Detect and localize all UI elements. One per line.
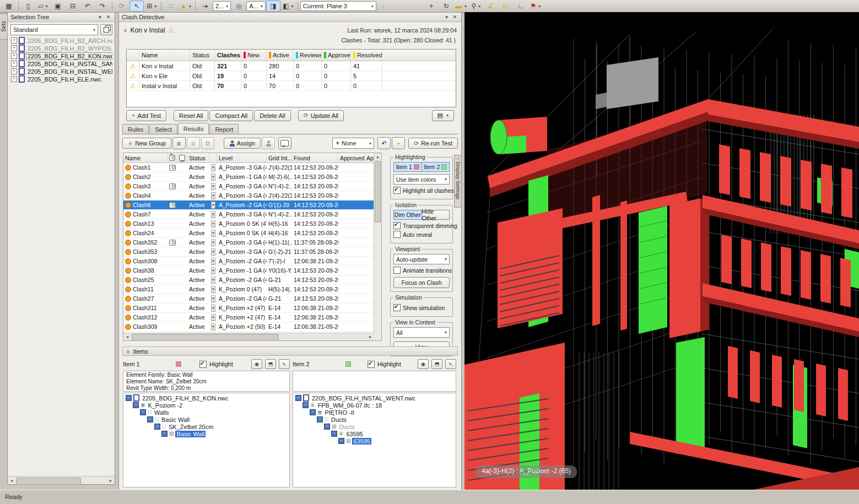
quick-find-icon[interactable]: ▲▾	[179, 1, 193, 12]
more-options-icon[interactable]: ·	[377, 1, 391, 12]
selection-tree-item[interactable]: 2205_BDG_FILH_B2_WYPOS.nwc	[11, 45, 112, 52]
sectioning-icon[interactable]: ◨	[266, 1, 280, 12]
clash-status-cell[interactable]: Active	[187, 230, 209, 236]
clash-status-cell[interactable]: Active	[187, 239, 209, 246]
open-file-icon[interactable]: ▱▾	[36, 1, 50, 12]
hide-other-button[interactable]: Hide Other	[422, 210, 450, 220]
auto-reveal-checkbox[interactable]	[393, 231, 401, 238]
collapse-icon[interactable]	[140, 409, 146, 415]
collapse-icon[interactable]	[331, 431, 337, 437]
tree-node[interactable]: PIĘTRO -II	[293, 409, 456, 416]
clash-result-row[interactable]: Clash3Active▼A_Poziom -3 GA (47)N"(-4)-2…	[123, 182, 381, 191]
sets-tab[interactable]: Sets	[0, 13, 8, 40]
tree-node[interactable]: Basic Wall	[123, 430, 289, 437]
cursor-button[interactable]: ↖	[445, 359, 456, 369]
status-dropdown-icon[interactable]: ▼	[211, 192, 215, 199]
rerun-test-button[interactable]: ⟳Re-run Test	[408, 138, 458, 149]
animate-transitions-checkbox[interactable]	[393, 267, 401, 274]
clash-status-cell[interactable]: Active	[187, 267, 209, 274]
tree-node[interactable]: 63595	[293, 437, 456, 445]
tab-rules[interactable]: Rules	[122, 124, 149, 134]
assign-button[interactable]: Assign	[224, 138, 261, 149]
measure-icon[interactable]: ▬▾	[454, 1, 468, 12]
clash-result-row[interactable]: Clash352Active▼A_Poziom -3 GA (47)H(1)-1…	[123, 238, 381, 247]
clash-result-row[interactable]: Clash13Active▼A_Poziom 0 SK (47)H(5)-161…	[123, 219, 381, 229]
tree-node[interactable]: 2205_BDG_FILH_B2_KON.nwc	[123, 394, 289, 402]
focus-on-clash-button[interactable]: Focus on Clash	[393, 277, 450, 288]
selection-tree-item[interactable]: 2205_BDG_FILH_B2_KON.nwc	[11, 52, 112, 59]
clash-result-row[interactable]: Clash1Active▼A_Poziom -3 GA (47)J'(4)-22…	[123, 163, 381, 172]
test-row[interactable]: Kon v InstalOld32102800041	[127, 61, 456, 71]
collapse-icon[interactable]	[161, 431, 168, 437]
reset-all-button[interactable]: Reset All	[174, 110, 208, 121]
ruler-icon[interactable]: ∟	[514, 1, 528, 12]
tree-node[interactable]: 2205_BDG_FILH_INSTAL_WENT.nwc	[293, 394, 456, 402]
item1-highlight-button[interactable]: Item 1	[393, 162, 422, 172]
clash-status-cell[interactable]: Active	[187, 295, 209, 302]
app-menu-icon[interactable]: ▦	[2, 1, 16, 12]
status-dropdown-icon[interactable]: ▼	[211, 314, 215, 321]
convert-icon[interactable]: ⊔	[499, 1, 513, 12]
status-dropdown-icon[interactable]: ▼	[211, 174, 215, 181]
expand-icon[interactable]	[11, 61, 17, 67]
zoom-icon[interactable]: ◎	[231, 1, 246, 12]
status-dropdown-icon[interactable]: ▼	[211, 323, 215, 330]
clash-result-row[interactable]: Clash11Active▼K_Poziom 0 (47)H(5)-14(...…	[123, 285, 381, 294]
import-export-button[interactable]: ▤▾	[432, 110, 454, 121]
clash-result-row[interactable]: Clash353Active▼A_Poziom -3 GA (47)G'(-2)…	[123, 247, 381, 257]
clash-result-row[interactable]: Clash25Active▼A_Poziom -2 GA (48)G-2114:…	[123, 275, 381, 285]
clash-result-row[interactable]: Clash27Active▼A_Poziom -2 GA (48)G-2114:…	[123, 294, 381, 304]
unassign-button[interactable]	[262, 137, 275, 149]
status-dropdown-icon[interactable]: ▼	[211, 267, 215, 274]
update-all-button[interactable]: ⟳Update All	[298, 110, 344, 121]
refresh-icon[interactable]: ⟳	[115, 1, 129, 12]
collapse-icon[interactable]	[147, 416, 153, 422]
status-dropdown-icon[interactable]: ▼	[211, 248, 215, 256]
tree-options-button[interactable]	[100, 24, 112, 35]
tree-node[interactable]: Ducts	[293, 423, 456, 430]
expand-icon[interactable]	[11, 76, 17, 82]
render-style-select[interactable]: A...▾	[246, 1, 266, 11]
status-dropdown-icon[interactable]: ▼	[211, 220, 215, 227]
status-dropdown-icon[interactable]: ▼	[211, 305, 215, 312]
cursor-button[interactable]: ↖	[279, 359, 290, 369]
export-icon[interactable]: ⇥	[198, 1, 212, 12]
collapse-icon[interactable]	[133, 402, 139, 408]
tree-node[interactable]: K_Poziom -2	[123, 402, 289, 409]
angle-icon[interactable]: ∠	[484, 1, 498, 12]
results-hscrollbar[interactable]: ◄ ►	[123, 333, 374, 340]
status-dropdown-icon[interactable]: ▼	[211, 286, 215, 293]
zoom-select[interactable]: 2...▾	[213, 1, 231, 11]
clash-status-cell[interactable]: Active	[187, 323, 209, 330]
collapse-icon[interactable]	[310, 409, 316, 415]
tab-select[interactable]: Select	[149, 124, 177, 134]
item1-highlight-checkbox[interactable]	[199, 361, 207, 368]
highlight-all-checkbox[interactable]	[393, 187, 401, 194]
select-tool-icon[interactable]: ↖	[129, 1, 144, 12]
undo-icon[interactable]: ↶	[80, 1, 95, 12]
scroll-right-icon[interactable]: ►	[107, 477, 115, 484]
clash-result-row[interactable]: Clash311Active▼K_Poziom +2 (47)E-1412:06…	[123, 304, 381, 313]
clash-result-row[interactable]: Clash38Active▼A_Poziom -1 GA (49)Y0(16)-…	[123, 266, 381, 275]
close-icon[interactable]	[451, 14, 458, 20]
clash-status-cell[interactable]: Active	[187, 183, 209, 189]
tree-node[interactable]: SK_Żelbet 20cm	[123, 423, 289, 430]
status-dropdown-icon[interactable]: ▼	[211, 183, 215, 190]
scroll-left-icon[interactable]: ◄	[8, 477, 15, 484]
reset-results-button[interactable]: ↶	[377, 137, 391, 149]
scroll-thumb[interactable]	[375, 161, 381, 223]
viewpoint-mode-select[interactable]: Auto-update▾	[393, 254, 450, 264]
scroll-up-icon[interactable]: ▲	[374, 153, 381, 160]
clash-result-row[interactable]: Clash2Active▼A_Poziom -1 GA (48)M(-2)-6(…	[123, 172, 381, 182]
dim-other-button[interactable]: Dim Other	[393, 210, 422, 220]
clash-result-row[interactable]: Clash24Active▼A_Poziom 0 SK (47)H(4)-161…	[123, 229, 381, 238]
collapse-icon[interactable]	[154, 424, 160, 430]
add-test-button[interactable]: +Add Test	[126, 110, 166, 121]
collapse-icon[interactable]	[295, 395, 301, 401]
clash-status-cell[interactable]: Active	[187, 192, 209, 199]
scroll-thumb[interactable]	[132, 334, 279, 341]
save-icon[interactable]: ▣	[51, 1, 65, 12]
pan-icon[interactable]: +	[424, 1, 439, 12]
collapse-icon[interactable]	[317, 416, 323, 422]
plane-mode-icon[interactable]: ◧▾	[281, 1, 295, 12]
